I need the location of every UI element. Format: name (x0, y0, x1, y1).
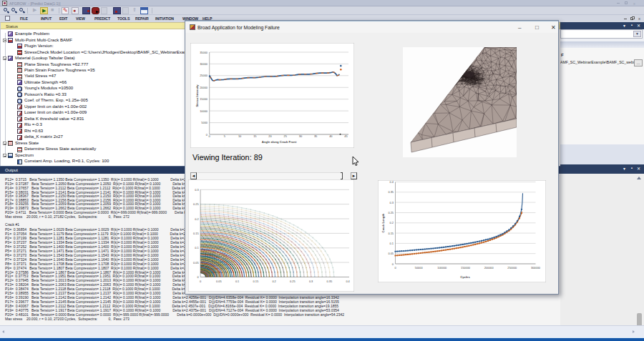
svg-text:0.4: 0.4 (346, 280, 350, 283)
svg-text:35000: 35000 (200, 51, 208, 54)
svg-text:150000: 150000 (461, 266, 471, 270)
svg-text:100000: 100000 (437, 266, 447, 270)
svg-text:0.25: 0.25 (193, 202, 199, 206)
svg-text:0.2: 0.2 (390, 221, 394, 224)
svg-text:15000: 15000 (200, 97, 208, 101)
svg-text:0.1: 0.1 (195, 246, 198, 249)
svg-text:0.25: 0.25 (388, 211, 394, 214)
svg-text:10000: 10000 (200, 109, 208, 113)
svg-text:0.15: 0.15 (253, 280, 259, 283)
svg-text:25000: 25000 (200, 74, 208, 77)
svg-text:0.2: 0.2 (272, 280, 275, 283)
svg-text:25: 25 (284, 134, 287, 138)
svg-text:45: 45 (344, 134, 347, 138)
svg-text:0.35: 0.35 (388, 190, 394, 194)
svg-text:0.05: 0.05 (388, 252, 394, 255)
svg-text:0.25: 0.25 (290, 280, 296, 283)
svg-text:0.05: 0.05 (193, 261, 199, 265)
svg-text:0.15: 0.15 (388, 232, 394, 235)
svg-text:Cycles: Cycles (460, 275, 470, 279)
svg-text:0.35: 0.35 (327, 280, 333, 283)
svg-text:250000: 250000 (507, 266, 517, 270)
svg-text:0.4: 0.4 (390, 180, 394, 184)
svg-text:Stress Intensity: Stress Intensity (195, 84, 199, 107)
svg-text:35: 35 (314, 134, 317, 138)
svg-text:0.1: 0.1 (390, 242, 394, 245)
svg-text:300000: 300000 (531, 266, 541, 270)
svg-text:0.3: 0.3 (390, 201, 394, 204)
svg-text:200000: 200000 (484, 266, 494, 270)
svg-text:0.2: 0.2 (195, 217, 198, 221)
svg-text:0.3: 0.3 (195, 188, 198, 192)
svg-text:5000: 5000 (201, 121, 208, 124)
svg-text:0.15: 0.15 (193, 232, 199, 235)
svg-text:Angle along Crack Front: Angle along Crack Front (262, 140, 297, 144)
svg-text:Crack Length: Crack Length (381, 213, 385, 232)
svg-text:0.05: 0.05 (216, 280, 222, 283)
svg-text:15: 15 (253, 134, 256, 138)
svg-text:0.3: 0.3 (309, 280, 313, 283)
svg-text:50000: 50000 (415, 266, 424, 270)
svg-text:0.1: 0.1 (235, 280, 239, 283)
svg-text:5: 5 (224, 134, 225, 138)
svg-text:30000: 30000 (200, 62, 208, 66)
svg-text:20000: 20000 (200, 86, 208, 89)
